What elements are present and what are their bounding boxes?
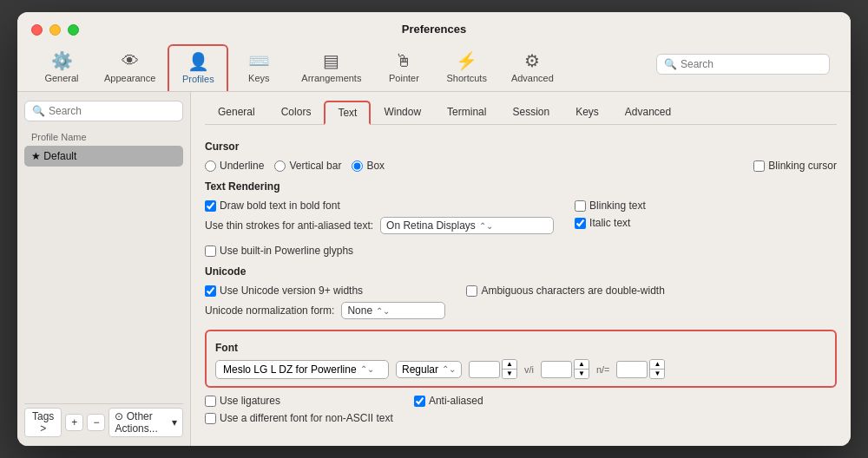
eye-icon: 👁: [122, 51, 139, 71]
draw-bold-checkbox[interactable]: [205, 200, 216, 212]
sub-tabs: General Colors Text Window Terminal Sess…: [205, 101, 837, 125]
font-name-select[interactable]: Meslo LG L DZ for Powerline ⌃⌄: [215, 360, 389, 379]
ambiguous-checkbox[interactable]: [466, 285, 477, 297]
sidebar-search-box: 🔍: [24, 101, 183, 121]
profile-row-default[interactable]: ★ Default: [24, 146, 183, 167]
thin-strokes-chevron: ⌃⌄: [479, 221, 493, 231]
cursor-underline-label: Underline: [220, 160, 264, 172]
toolbar-item-general[interactable]: ⚙️ General: [31, 45, 92, 90]
profile-table: Profile Name ★ Default: [24, 128, 183, 396]
anti-aliased-checkbox[interactable]: [414, 396, 425, 407]
anti-aliased-checkbox-group[interactable]: Anti-aliased: [414, 395, 483, 407]
font-spacing-down-button[interactable]: ▼: [650, 370, 664, 378]
toolbar-label-arrangements: Arrangements: [301, 73, 361, 83]
italic-text-checkbox-group[interactable]: Italic text: [575, 217, 646, 229]
tab-advanced[interactable]: Advanced: [612, 101, 684, 124]
diff-font-checkbox-group[interactable]: Use a different font for non-ASCII text: [205, 412, 393, 424]
ligatures-checkbox-group[interactable]: Use ligatures: [205, 395, 393, 407]
toolbar-label-general: General: [44, 73, 78, 83]
tags-button[interactable]: Tags >: [24, 408, 62, 437]
blinking-text-checkbox[interactable]: [575, 200, 586, 212]
normalization-value: None: [347, 304, 372, 317]
toolbar-item-arrangements[interactable]: ▤ Arrangements: [289, 45, 373, 90]
toolbar-item-advanced[interactable]: ⚙ Advanced: [499, 45, 566, 90]
font-style-chevron: ⌃⌄: [442, 364, 456, 374]
cursor-vertical-bar[interactable]: Vertical bar: [274, 160, 341, 172]
titlebar: Preferences ⚙️ General 👁 Appearance 👤 Pr…: [17, 12, 851, 92]
ambiguous-checkbox-group[interactable]: Ambiguous characters are double-width: [466, 285, 664, 297]
tab-terminal[interactable]: Terminal: [434, 101, 499, 124]
detail-panel: General Colors Text Window Terminal Sess…: [191, 92, 851, 446]
cursor-options-row: Underline Vertical bar Box Blinking curs…: [205, 160, 837, 172]
other-actions-button[interactable]: ⊙ Other Actions... ▾: [108, 408, 183, 437]
cursor-section-title: Cursor: [205, 141, 837, 153]
ligatures-checkbox[interactable]: [205, 396, 216, 407]
normalization-label: Unicode normalization form:: [205, 304, 334, 317]
toolbar-item-pointer[interactable]: 🖱 Pointer: [373, 46, 434, 90]
font-size-stepper: 12 ▲ ▼: [469, 359, 517, 379]
font-size-up-button[interactable]: ▲: [503, 360, 516, 370]
tab-colors[interactable]: Colors: [268, 101, 325, 124]
toolbar-item-keys[interactable]: ⌨️ Keys: [228, 45, 289, 90]
cursor-vertical-bar-label: Vertical bar: [289, 160, 341, 172]
unicode-version-checkbox[interactable]: [205, 285, 216, 297]
preferences-window: Preferences ⚙️ General 👁 Appearance 👤 Pr…: [17, 12, 851, 446]
powerline-checkbox-group[interactable]: Use built-in Powerline glyphs: [205, 245, 554, 257]
font-vli-down-button[interactable]: ▼: [575, 370, 589, 378]
toolbar-search-box: 🔍: [656, 54, 830, 75]
powerline-checkbox[interactable]: [205, 245, 216, 257]
diff-font-checkbox[interactable]: [205, 413, 216, 424]
draw-bold-checkbox-group[interactable]: Draw bold text in bold font: [205, 200, 554, 212]
normalization-select[interactable]: None ⌃⌄: [341, 302, 445, 319]
gear-icon: ⚙️: [51, 50, 73, 71]
toolbar-item-appearance[interactable]: 👁 Appearance: [92, 46, 168, 90]
search-input[interactable]: [681, 58, 822, 70]
add-profile-button[interactable]: +: [65, 414, 83, 431]
minimize-button[interactable]: [49, 24, 61, 36]
anti-aliased-label: Anti-aliased: [429, 395, 483, 407]
toolbar-label-shortcuts: Shortcuts: [446, 73, 486, 83]
toolbar-label-appearance: Appearance: [104, 73, 155, 83]
thin-strokes-row: Use thin strokes for anti-aliased text: …: [205, 217, 554, 234]
font-section: Font Meslo LG L DZ for Powerline ⌃⌄ Regu…: [205, 330, 837, 388]
maximize-button[interactable]: [68, 24, 79, 36]
tab-window[interactable]: Window: [371, 101, 434, 124]
powerline-label: Use built-in Powerline glyphs: [220, 245, 353, 257]
tab-session[interactable]: Session: [499, 101, 562, 124]
unicode-version-checkbox-group[interactable]: Use Unicode version 9+ widths: [205, 285, 445, 297]
font-size-steppers: ▲ ▼: [502, 359, 517, 379]
font-spacing-up-button[interactable]: ▲: [650, 360, 664, 370]
unicode-left: Use Unicode version 9+ widths Unicode no…: [205, 285, 445, 324]
close-button[interactable]: [31, 24, 43, 36]
cursor-underline[interactable]: Underline: [205, 160, 264, 172]
cursor-underline-radio[interactable]: [205, 160, 216, 172]
italic-text-checkbox[interactable]: [575, 218, 586, 229]
profile-icon: 👤: [187, 51, 209, 72]
sidebar-search-input[interactable]: [49, 105, 175, 117]
font-vli-up-button[interactable]: ▲: [575, 360, 589, 370]
chevron-down-icon: ▾: [172, 416, 177, 429]
tab-text[interactable]: Text: [324, 101, 371, 125]
bottom-right: Anti-aliased: [414, 395, 483, 407]
sidebar: 🔍 Profile Name ★ Default Tags > + − ⊙ Ot…: [17, 92, 191, 446]
thin-strokes-select[interactable]: On Retina Displays ⌃⌄: [380, 217, 554, 234]
font-vli-steppers: ▲ ▼: [574, 359, 589, 379]
font-spacing-steppers: ▲ ▼: [649, 359, 665, 379]
normalization-chevron: ⌃⌄: [376, 306, 390, 316]
toolbar-item-shortcuts[interactable]: ⚡ Shortcuts: [434, 45, 498, 90]
blinking-cursor-checkbox[interactable]: [753, 160, 765, 172]
blinking-text-checkbox-group[interactable]: Blinking text: [575, 200, 646, 212]
blinking-cursor-checkbox-group[interactable]: Blinking cursor: [753, 160, 837, 172]
font-size-input[interactable]: 12: [469, 361, 500, 378]
tab-keys[interactable]: Keys: [562, 101, 612, 124]
cursor-vertical-bar-radio[interactable]: [274, 160, 286, 172]
font-vli-input[interactable]: 100: [541, 361, 572, 378]
cursor-box[interactable]: Box: [352, 160, 385, 172]
remove-profile-button[interactable]: −: [87, 414, 105, 431]
cursor-box-radio[interactable]: [352, 160, 363, 172]
toolbar-item-profiles[interactable]: 👤 Profiles: [168, 44, 228, 91]
tab-general[interactable]: General: [205, 101, 268, 124]
font-style-select[interactable]: Regular ⌃⌄: [396, 361, 462, 378]
font-spacing-input[interactable]: 100: [616, 361, 648, 378]
font-size-down-button[interactable]: ▼: [503, 370, 516, 378]
